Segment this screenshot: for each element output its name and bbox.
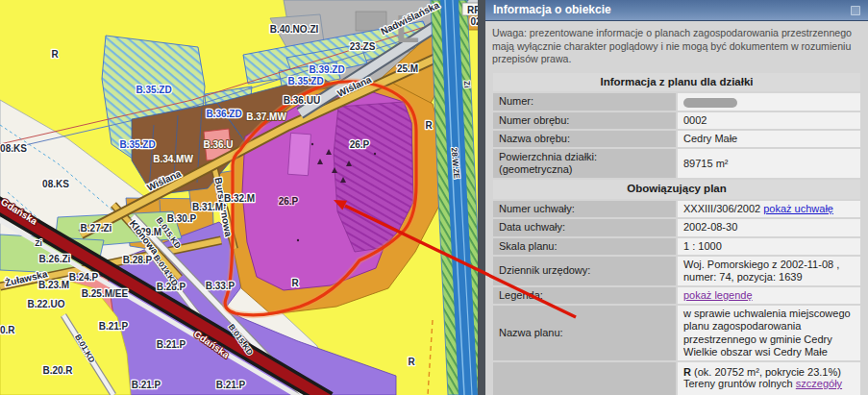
info-row-nazwa-obrebu: Nazwa obrębu: Cedry Małe [493,131,860,147]
row-value: 89715 m² [678,149,860,178]
row-value: pokaż legendę [678,287,860,304]
map-zone-label: B.24.P [69,272,99,283]
map-zone-label: B.37.MW [246,111,286,122]
map-zone-label: B.35.ZD [136,85,171,95]
map-zone-label: B.36.U [203,139,233,150]
map-zone-label: 26.P [350,139,370,150]
map-zone-label: R [408,357,415,367]
map-zone-label: B.34.MW [153,154,193,164]
info-row-powierzchnia: Powierzchnia działki: (geometryczna) 897… [493,149,860,178]
map-zone-label: B.30.P [167,213,197,224]
map-zone-label: B.25.M/EE [82,288,129,299]
map-zone-label: B.32.M [224,193,255,204]
panel-titlebar[interactable]: Informacja o obiekcie [485,0,868,21]
row-label: Numer obrębu: [493,112,676,129]
info-panel: Informacja o obiekcie Uwaga: prezentowan… [478,0,868,395]
zoning-entry: R (ok. 20752 m², pokrycie 23.1%) Tereny … [683,366,855,390]
row-label: Nazwa obrębu: [493,131,676,147]
map-zone-label: R [425,120,433,131]
info-row-numer-uchwaly: Numer uchwały: XXXIII/306/2002 pokaż uch… [493,201,860,217]
info-row-dziennik: Dziennik urzędowy: Woj. Pomorskiego z 20… [493,257,860,285]
section-header-plan: Obowiązujący plan [493,180,860,199]
map-viewport[interactable]: LR08.KS08.KSB.40.NO.ZI23.ZSB.39.ZDB.35.Z… [0,0,485,395]
row-value: 0002 [678,112,860,129]
row-label: Legenda: [493,287,676,304]
map-zone-label: 26.P [279,196,299,207]
map-zone-label: B.33.P [206,281,236,291]
map-zone-label: Zi [35,238,42,248]
map-zone-label: B.20.R [0,325,15,335]
zoning-stats: (ok. 20752 m², pokrycie 23.1%) [694,366,841,378]
row-label: Powierzchnia działki: (geometryczna) [493,149,676,178]
map-zone-label: B.36.ZD [206,109,241,119]
map-zone-label: B.35.ZD [287,76,323,86]
map-zone-label: B.21.P [157,339,186,350]
map-zone-label: B.21.P [132,380,161,390]
row-label: Numer uchwały: [493,201,676,217]
info-table: Informacja z planu dla działki Numer: Nu… [491,71,862,395]
map-zone-label: 08.KS [0,143,27,154]
geoportal-window: LR08.KS08.KSB.40.NO.ZI23.ZSB.39.ZDB.35.Z… [0,0,868,395]
panel-body: Uwaga: prezentowane informacje o planach… [485,21,868,395]
panel-resize-icon[interactable] [851,6,860,15]
info-row-data-uchwaly: Data uchwały: 2002-08-30 [493,219,860,235]
row-label: Przeznaczenie w planie: [493,362,676,395]
row-value: 2002-08-30 [678,219,860,235]
show-resolution-link[interactable]: pokaż uchwałę [763,203,833,214]
row-label: Numer: [493,93,676,110]
map-zone-label: B.35.ZD [119,139,155,150]
map-zone-label: B.21.P [99,321,129,332]
map-zone-label: Zi [462,81,473,88]
map-zone-label: 23.ZS [350,41,376,52]
row-value: R (ok. 20752 m², pokrycie 23.1%) Tereny … [678,362,860,395]
info-row-legenda: Legenda: pokaż legendę [493,287,860,304]
map-zone-label: B.22.UO [28,299,65,309]
row-value: XXXIII/306/2002 pokaż uchwałę [678,201,860,217]
row-label: Skala planu: [493,238,676,255]
map-zone-label: R [51,49,59,60]
map-zone-label: B.40.NO.ZI [270,24,319,35]
show-legend-link[interactable]: pokaż legendę [683,289,753,301]
info-row-numer: Numer: [493,93,860,110]
zoning-details-link[interactable]: szczegóły [796,378,842,389]
info-row-numer-obrebu: Numer obrębu: 0002 [493,112,860,129]
map-zone-label: B.21.P [216,380,246,390]
info-row-przeznaczenie: Przeznaczenie w planie: R (ok. 20752 m²,… [493,362,860,395]
row-value: Cedry Małe [678,131,860,147]
panel-title: Informacja o obiekcie [493,0,611,20]
map-zone-label: B.36.UU [284,95,320,106]
row-label: Dziennik urzędowy: [493,257,676,285]
map-zone-label: B.26.Zi [39,254,71,264]
info-row-skala: Skala planu: 1 : 1000 [493,238,860,255]
zoning-desc: Tereny gruntów rolnych [683,378,793,389]
map-zone-label: R [291,278,299,288]
row-value: w sprawie uchwalenia miejscowego planu z… [678,306,860,360]
map-zone-label: B.27.Zi [81,223,112,234]
map-zone-label: 08.KS [42,179,69,189]
map-zone-label: 25.M [397,63,418,74]
map-zone-label: B.23.M [38,280,69,290]
map-zone-label: B.31.M [192,202,223,212]
row-value [678,93,860,110]
zoning-code: R [683,366,691,378]
info-row-nazwa-planu: Nazwa planu: w sprawie uchwalenia miejsc… [493,306,860,360]
section-header-plot: Informacja z planu dla działki [493,73,860,92]
map-zone-label: B.39.ZD [309,64,344,75]
map-zone-label: B.28.P [123,255,153,265]
row-value: Woj. Pomorskiego z 2002-11-08 , numer: 7… [678,257,860,285]
parcel-number-redacted [683,98,737,108]
row-value: 1 : 1000 [678,238,860,255]
zoning-map[interactable]: LR08.KS08.KSB.40.NO.ZI23.ZSB.39.ZDB.35.Z… [0,0,485,395]
disclaimer-text: Uwaga: prezentowane informacje o planach… [492,27,861,66]
section-header-plot-label: Informacja z planu dla działki [493,73,860,92]
row-label: Nazwa planu: [493,306,676,360]
section-header-plan-label: Obowiązujący plan [493,180,860,199]
map-zone-label: B.20.R [42,365,73,376]
row-label: Data uchwały: [493,219,676,235]
